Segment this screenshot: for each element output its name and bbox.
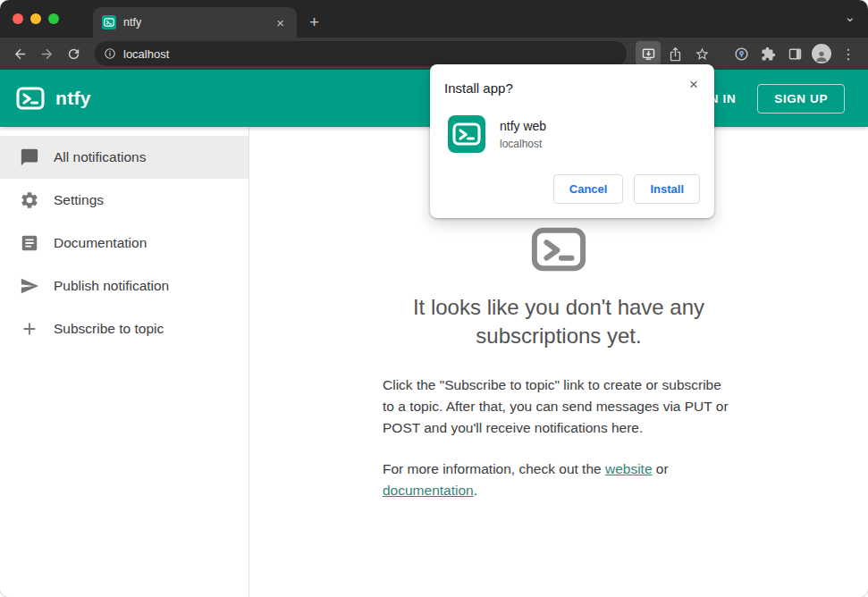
sidebar-item-label: Subscribe to topic (54, 321, 164, 337)
browser-menu-button[interactable]: ⋮ (836, 41, 861, 66)
tab-search-chevron-icon[interactable]: ⌄ (844, 9, 855, 25)
extensions-button[interactable] (755, 41, 780, 66)
paragraph-text: or (653, 461, 669, 476)
profile-button[interactable] (809, 41, 834, 66)
sidebar-item-label: Publish notification (54, 278, 169, 294)
back-button[interactable] (7, 41, 32, 66)
side-panel-button[interactable] (782, 41, 807, 66)
share-button[interactable] (662, 41, 687, 66)
install-app-button[interactable] (636, 41, 661, 66)
sidebar-item-label: Documentation (54, 235, 147, 251)
new-tab-button[interactable]: + (297, 13, 330, 38)
bookmark-star-button[interactable] (689, 41, 714, 66)
star-icon (695, 46, 710, 62)
article-icon (20, 233, 39, 253)
paragraph-text: For more information, check out the (383, 461, 605, 476)
window-controls (0, 13, 70, 38)
browser-tab-ntfy[interactable]: ntfy × (93, 7, 297, 38)
install-app-dialog: Install app? × ntfy web localhost Cancel… (430, 64, 714, 218)
password-manager-icon (734, 46, 749, 62)
side-panel-icon (788, 46, 803, 62)
password-manager-extension-button[interactable] (729, 41, 754, 66)
forward-button[interactable] (34, 41, 59, 66)
install-dialog-app-row: ntfy web localhost (444, 115, 700, 153)
person-icon (814, 49, 829, 63)
share-icon (668, 46, 683, 62)
close-icon[interactable]: × (686, 75, 702, 94)
browser-window: ntfy × + ⌄ localhost (0, 0, 868, 597)
address-bar[interactable]: localhost (95, 41, 627, 66)
sidebar-item-documentation[interactable]: Documentation (0, 222, 249, 265)
install-app-icon (641, 46, 656, 62)
minimize-window-button[interactable] (30, 13, 41, 24)
back-arrow-icon (13, 46, 28, 62)
ntfy-empty-state-logo-icon (531, 222, 586, 277)
empty-state-text: Click the "Subscribe to topic" link to c… (383, 374, 735, 502)
sign-up-button[interactable]: SIGN UP (757, 84, 845, 114)
gear-icon (20, 190, 39, 210)
paragraph-text: . (474, 483, 477, 498)
sidebar-item-label: Settings (54, 192, 104, 208)
empty-state-heading: It looks like you don't have any subscri… (371, 293, 746, 351)
avatar (812, 44, 831, 63)
sidebar-item-all-notifications[interactable]: All notifications (0, 136, 249, 179)
sidebar: All notifications Settings Documentation… (0, 127, 249, 597)
ntfy-app-icon (448, 115, 485, 153)
zoom-window-button[interactable] (48, 13, 59, 24)
address-url[interactable]: localhost (123, 47, 169, 61)
reload-icon (66, 46, 81, 62)
kebab-menu-icon: ⋮ (841, 46, 855, 63)
brand-name: ntfy (55, 88, 91, 109)
website-link[interactable]: website (605, 461, 653, 476)
install-dialog-title: Install app? (444, 80, 700, 96)
sidebar-item-settings[interactable]: Settings (0, 179, 249, 222)
ntfy-favicon-icon (102, 15, 116, 29)
send-icon (20, 276, 39, 296)
install-dialog-app-info: ntfy web localhost (500, 119, 546, 150)
ntfy-logo-icon (16, 84, 45, 113)
sidebar-item-publish-notification[interactable]: Publish notification (0, 265, 249, 307)
tab-strip: ntfy × + ⌄ (0, 0, 868, 38)
empty-state-paragraph: Click the "Subscribe to topic" link to c… (383, 374, 735, 440)
app-name: ntfy web (500, 119, 546, 133)
reload-button[interactable] (61, 41, 86, 66)
install-button[interactable]: Install (634, 174, 700, 204)
app-origin: localhost (500, 138, 546, 150)
tab-close-icon[interactable]: × (273, 14, 288, 31)
site-info-icon[interactable] (104, 47, 116, 60)
sidebar-item-subscribe-to-topic[interactable]: Subscribe to topic (0, 307, 249, 350)
documentation-link[interactable]: documentation (383, 483, 474, 498)
cancel-button[interactable]: Cancel (553, 174, 624, 204)
sidebar-item-label: All notifications (54, 149, 146, 165)
forward-arrow-icon (39, 46, 55, 62)
plus-icon (20, 319, 39, 339)
tab-title: ntfy (123, 16, 265, 29)
chat-bubble-icon (20, 147, 39, 167)
empty-state-paragraph-links: For more information, check out the webs… (383, 458, 735, 501)
install-dialog-actions: Cancel Install (444, 174, 700, 204)
puzzle-icon (761, 46, 776, 62)
close-window-button[interactable] (13, 13, 23, 24)
